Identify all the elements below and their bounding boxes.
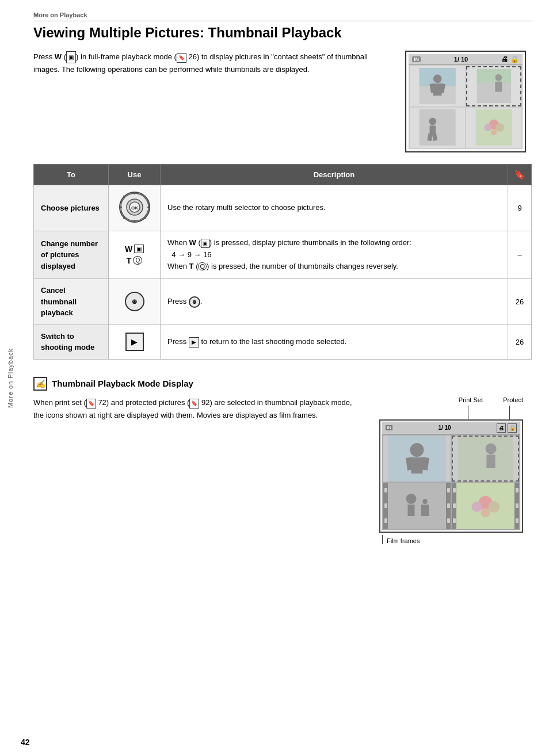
svg-rect-9 bbox=[495, 82, 502, 92]
protect-label: Protect bbox=[503, 396, 523, 403]
row-use-2: W ▣ T Q bbox=[109, 231, 161, 278]
thumbnail-grid bbox=[409, 65, 523, 149]
note-image: Print Set Protect IN 1/ 10 🖨 bbox=[371, 396, 532, 547]
camera-header-bar: IN 1/ 10 🖨 🔒 bbox=[409, 54, 523, 65]
w-button: W ▣ bbox=[125, 245, 144, 254]
svg-rect-43 bbox=[408, 505, 415, 516]
row-ref-3: 26 bbox=[508, 279, 532, 325]
thumb-1 bbox=[410, 66, 465, 106]
print-set-icon: 🖨 bbox=[497, 423, 506, 433]
ref-icon-26a: 🔖 bbox=[177, 53, 186, 63]
camera-screen: IN 1/ 10 🖨 🔒 bbox=[405, 51, 526, 152]
svg-point-17 bbox=[484, 124, 491, 131]
film-frames-line bbox=[382, 535, 383, 544]
film-frames-annotation: Film frames bbox=[371, 535, 532, 547]
t-button: T Q bbox=[127, 256, 142, 265]
svg-rect-41 bbox=[394, 483, 440, 529]
in-label: IN bbox=[412, 56, 421, 62]
row-desc-2: When W (▣) is pressed, display picture t… bbox=[161, 231, 508, 278]
row-to-3: Cancel thumbnailplayback bbox=[34, 279, 109, 325]
svg-rect-38 bbox=[458, 437, 513, 480]
row-use-4: ▶ bbox=[109, 324, 161, 359]
note-section: ✍ Thumbnail Playback Mode Display When p… bbox=[33, 377, 532, 547]
counter: 1/ 10 bbox=[454, 56, 468, 63]
protect-line bbox=[509, 406, 510, 419]
film-frames-label: Film frames bbox=[387, 537, 420, 544]
row-to-2: Change numberof picturesdisplayed bbox=[34, 231, 109, 278]
row-desc-3: Press ⊛. bbox=[161, 279, 508, 325]
side-label: More on Playback bbox=[7, 348, 14, 408]
svg-point-8 bbox=[495, 74, 502, 81]
header-icons-large: 🖨 🔒 bbox=[497, 423, 517, 433]
w-icon: ▣ bbox=[134, 245, 144, 253]
large-thumb-grid bbox=[382, 434, 520, 530]
t-icon: Q bbox=[133, 256, 142, 265]
large-thumb-1 bbox=[383, 436, 451, 482]
lock-icon: 🔒 bbox=[510, 55, 519, 63]
svg-point-34 bbox=[410, 443, 424, 457]
operations-table: To Use Description 🔖 Choose pictures bbox=[33, 164, 532, 360]
svg-point-50 bbox=[481, 508, 490, 517]
note-header: ✍ Thumbnail Playback Mode Display bbox=[33, 377, 532, 391]
svg-rect-40 bbox=[486, 455, 495, 468]
ok-button-icon: ⊛ bbox=[125, 292, 144, 311]
section-header: More on Playback bbox=[33, 12, 532, 21]
col-header-use: Use bbox=[109, 164, 161, 185]
row-ref-4: 26 bbox=[508, 324, 532, 359]
counter-large: 1/ 10 bbox=[438, 425, 451, 431]
col-header-to: To bbox=[34, 164, 109, 185]
large-thumb-2 bbox=[452, 436, 519, 482]
thumb-2 bbox=[466, 66, 521, 106]
table-row: Change numberof picturesdisplayed W ▣ T … bbox=[34, 231, 532, 278]
svg-point-49 bbox=[489, 501, 500, 513]
row-ref-2: – bbox=[508, 231, 532, 278]
intro-section: Press W (▣) in full-frame playback mode … bbox=[33, 51, 532, 152]
row-desc-4: Press ▶ to return to the last shooting m… bbox=[161, 324, 508, 359]
play-button-icon: ▶ bbox=[125, 333, 144, 351]
col-header-ref: 🔖 bbox=[508, 164, 532, 185]
in-label-large: IN bbox=[386, 425, 392, 430]
print-set-label: Print Set bbox=[459, 396, 483, 403]
row-to-1: Choose pictures bbox=[34, 185, 109, 231]
col-header-description: Description bbox=[161, 164, 508, 185]
page-number: 42 bbox=[21, 738, 30, 747]
svg-point-2 bbox=[433, 75, 442, 83]
note-text-body: When print set (🔖 72) and protected pict… bbox=[33, 396, 359, 547]
w-symbol: W bbox=[55, 52, 62, 61]
w-button-icon: ▣ bbox=[66, 51, 76, 63]
svg-rect-10 bbox=[419, 109, 455, 146]
svg-rect-7 bbox=[476, 69, 510, 83]
svg-point-42 bbox=[406, 494, 417, 504]
svg-point-11 bbox=[429, 118, 436, 125]
row-to-4: Switch toshooting mode bbox=[34, 324, 109, 359]
note-title: Thumbnail Playback Mode Display bbox=[52, 379, 193, 388]
camera-screen-large: IN 1/ 10 🖨 🔒 bbox=[379, 419, 523, 533]
svg-point-48 bbox=[472, 502, 482, 512]
table-row: Switch toshooting mode ▶ Press ▶ to retu… bbox=[34, 324, 532, 359]
header-icons: 🖨 🔒 bbox=[501, 55, 519, 63]
note-content: When print set (🔖 72) and protected pict… bbox=[33, 396, 532, 547]
svg-point-39 bbox=[486, 443, 497, 454]
svg-rect-45 bbox=[421, 505, 429, 516]
svg-text:OK: OK bbox=[131, 205, 138, 211]
svg-point-18 bbox=[495, 123, 504, 132]
camera-display-image: IN 1/ 10 🖨 🔒 bbox=[405, 51, 532, 152]
large-thumb-4 bbox=[452, 483, 519, 529]
row-ref-1: 9 bbox=[508, 185, 532, 231]
table-row: Choose pictures OK bbox=[34, 185, 532, 231]
svg-rect-44 bbox=[423, 499, 428, 504]
print-set-line bbox=[468, 406, 468, 419]
thumb-4 bbox=[466, 108, 521, 148]
large-thumb-3 bbox=[383, 483, 451, 529]
protect-icon: 🔒 bbox=[508, 423, 517, 433]
note-icon: ✍ bbox=[33, 377, 47, 391]
row-use-1: OK bbox=[109, 185, 161, 231]
table-row: Cancel thumbnailplayback ⊛ Press ⊛. 26 bbox=[34, 279, 532, 325]
intro-text: Press W (▣) in full-frame playback mode … bbox=[33, 51, 394, 152]
svg-point-19 bbox=[491, 129, 497, 136]
row-desc-1: Use the rotary multi selector to choose … bbox=[161, 185, 508, 231]
thumb-3 bbox=[410, 108, 465, 148]
row-use-3: ⊛ bbox=[109, 279, 161, 325]
page-title: Viewing Multiple Pictures: Thumbnail Pla… bbox=[33, 25, 532, 41]
print-icon: 🖨 bbox=[501, 55, 508, 63]
